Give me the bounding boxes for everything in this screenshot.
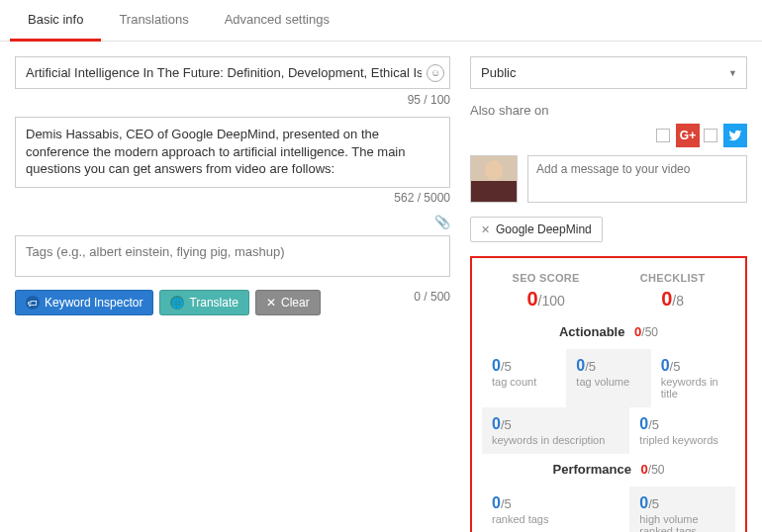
video-title-input[interactable]: [15, 56, 450, 89]
metric-ranked-tags: 0/5ranked tags: [482, 487, 629, 532]
metric-high-volume-ranked: 0/5high volume ranked tags: [629, 487, 735, 532]
seo-score-value: 0/100: [513, 288, 580, 310]
tab-translations[interactable]: Translations: [101, 0, 206, 41]
topic-chip[interactable]: ✕ Google DeepMind: [470, 217, 603, 242]
metric-keywords-title: 0/5keywords in title: [651, 349, 735, 407]
tag-icon: 🏷: [26, 296, 40, 310]
button-label: Clear: [281, 296, 310, 310]
metric-keywords-description: 0/5keywords in description: [482, 407, 629, 454]
tabs-bar: Basic info Translations Advanced setting…: [0, 0, 762, 42]
privacy-select[interactable]: Public: [470, 56, 747, 89]
metric-tag-count: 0/5tag count: [482, 349, 566, 407]
tab-basic-info[interactable]: Basic info: [10, 0, 101, 42]
seo-score-label: SEO SCORE: [513, 272, 580, 284]
metric-tripled-keywords: 0/5tripled keywords: [629, 407, 735, 454]
checklist-label: CHECKLIST: [640, 272, 706, 284]
performance-header: Performance 0/50: [482, 462, 735, 477]
twitter-icon[interactable]: [723, 124, 747, 147]
clear-button[interactable]: ✕ Clear: [255, 290, 321, 315]
checklist-value: 0/8: [640, 288, 706, 310]
button-label: Keyword Inspector: [45, 296, 143, 310]
chip-label: Google DeepMind: [496, 222, 592, 236]
attachment-icon[interactable]: 📎: [15, 215, 450, 229]
actionable-header: Actionable 0/50: [482, 324, 735, 339]
description-counter: 562 / 5000: [15, 191, 450, 205]
video-description-input[interactable]: Demis Hassabis, CEO of Google DeepMind, …: [15, 117, 450, 188]
seo-score-panel: SEO SCORE 0/100 CHECKLIST 0/8 Actionable…: [470, 256, 747, 532]
tags-input[interactable]: [15, 235, 450, 277]
google-plus-icon[interactable]: G+: [676, 124, 700, 147]
close-icon[interactable]: ✕: [481, 223, 490, 236]
google-plus-checkbox[interactable]: [656, 129, 670, 142]
close-icon: ✕: [266, 296, 276, 310]
emoji-icon[interactable]: ☺: [427, 64, 444, 82]
metric-tag-volume: 0/5tag volume: [566, 349, 650, 407]
button-label: Translate: [189, 296, 238, 310]
share-label: Also share on: [470, 103, 747, 118]
twitter-checkbox[interactable]: [704, 129, 717, 142]
tags-counter: 0 / 500: [414, 290, 450, 304]
share-message-input[interactable]: [527, 155, 747, 203]
translate-button[interactable]: 🌐 Translate: [159, 290, 249, 315]
keyword-inspector-button[interactable]: 🏷 Keyword Inspector: [15, 290, 153, 315]
title-counter: 95 / 100: [15, 93, 450, 107]
tab-advanced-settings[interactable]: Advanced settings: [207, 0, 347, 41]
avatar: [470, 155, 518, 203]
globe-icon: 🌐: [170, 296, 184, 310]
